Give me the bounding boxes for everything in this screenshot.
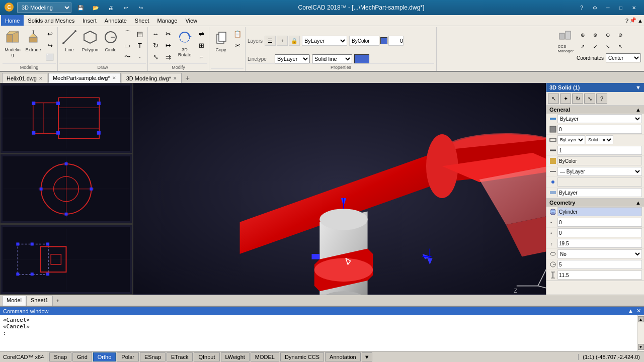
cmd-scroll-down[interactable]: ▼ xyxy=(638,344,644,350)
menu-home[interactable]: Home xyxy=(1,15,24,26)
layers-icon-btn2[interactable]: + xyxy=(277,36,288,46)
qinput-btn[interactable]: QInput xyxy=(194,352,219,361)
cmd-window-header[interactable]: Command window ▲ ✕ xyxy=(0,307,644,315)
annotation-btn[interactable]: Annotation xyxy=(325,352,361,361)
toolbar-quick-print[interactable]: 🖨 xyxy=(105,3,117,12)
line-button[interactable]: Line xyxy=(59,28,79,54)
sheet-tab-sheet1[interactable]: Sheet1 xyxy=(26,296,53,306)
draw-text[interactable]: T xyxy=(134,40,146,51)
modify-extend[interactable]: ↦ xyxy=(162,40,174,51)
ccs-btn2[interactable]: ⊗ xyxy=(589,29,601,40)
ribbon-pin[interactable]: 📌 xyxy=(629,17,636,24)
ccs-btn7[interactable]: ↘ xyxy=(602,41,614,52)
minimize-button[interactable]: ─ xyxy=(602,3,614,12)
ribbon-btn-loft[interactable]: ⬜ xyxy=(44,51,56,62)
add-document-tab[interactable]: + xyxy=(183,73,193,83)
ccs-btn3[interactable]: ⊙ xyxy=(602,29,614,40)
cmd-close-btn[interactable]: ✕ xyxy=(636,308,641,314)
ccs-btn1[interactable]: ⊕ xyxy=(577,29,589,40)
modify-offset[interactable]: ⇉ xyxy=(162,51,174,62)
draw-arc[interactable]: ⌒ xyxy=(121,28,133,39)
toolbar-quick-open[interactable]: 📂 xyxy=(90,3,102,12)
viewport-top[interactable] xyxy=(0,83,132,154)
height-input[interactable] xyxy=(557,270,642,280)
copy-button[interactable]: Copy xyxy=(211,28,231,54)
viewport-side[interactable] xyxy=(0,224,132,295)
ccs-btn8[interactable]: ↖ xyxy=(614,41,626,52)
rotate3d-button[interactable]: 3DRotate xyxy=(175,28,195,59)
ccs-manager-button[interactable]: CCSManager xyxy=(557,28,575,54)
panel-dropdown-arrow[interactable]: ▼ xyxy=(635,84,641,90)
close-mechpart-tab[interactable]: ✕ xyxy=(112,75,116,80)
grid-btn[interactable]: Grid xyxy=(72,352,92,361)
panel-move-btn[interactable]: ✦ xyxy=(560,94,571,104)
bylayer-text-input[interactable] xyxy=(557,188,642,197)
ortho-btn[interactable]: Ortho xyxy=(93,352,116,361)
geometry-section-header[interactable]: Geometry ▲ xyxy=(546,199,644,207)
menu-view[interactable]: View xyxy=(181,15,201,26)
modify-trim[interactable]: ✂ xyxy=(162,28,174,39)
toolbar-quick-save[interactable]: 💾 xyxy=(74,3,87,12)
circle-button[interactable]: Circle xyxy=(101,28,121,54)
menu-solids[interactable]: Solids and Meshes xyxy=(24,15,78,26)
app-mode-dropdown[interactable]: 3D Modeling xyxy=(17,3,71,13)
modeling-button[interactable]: Modeling xyxy=(3,28,23,59)
ribbon-btn-sweep[interactable]: ↪ xyxy=(44,40,56,51)
linetype-layer-val[interactable]: ByLayer xyxy=(557,135,585,144)
polygon-button[interactable]: Polygon xyxy=(80,28,100,54)
panel-scale-btn[interactable]: ⤡ xyxy=(584,94,595,104)
panel-rotate-btn[interactable]: ↻ xyxy=(572,94,583,104)
y-input[interactable] xyxy=(557,228,642,237)
paste-btn[interactable]: 📋 xyxy=(231,28,244,39)
layers-icon-btn1[interactable]: ☰ xyxy=(265,36,276,46)
linetype-dropdown[interactable]: Solid line xyxy=(312,54,352,63)
elliptical-dropdown[interactable]: No Yes xyxy=(557,249,642,258)
ccs-btn4[interactable]: ⊘ xyxy=(614,29,626,40)
ccs-btn6[interactable]: ↙ xyxy=(589,41,601,52)
layers-icon-btn3[interactable]: 🔒 xyxy=(289,36,300,46)
snap-btn[interactable]: Snap xyxy=(49,352,71,361)
ribbon-btn-revolve[interactable]: ↩ xyxy=(44,28,56,39)
close-3dmodeling-tab[interactable]: ✕ xyxy=(173,76,177,81)
modify-array[interactable]: ⊞ xyxy=(195,40,207,51)
lweight-btn[interactable]: LWeight xyxy=(221,352,250,361)
extrude-button[interactable]: Extrude xyxy=(23,28,43,54)
type-input[interactable] xyxy=(557,207,642,216)
lineweight-input[interactable] xyxy=(388,36,404,46)
modify-rotate[interactable]: ↻ xyxy=(149,40,162,51)
layer-dropdown[interactable]: ByLayer xyxy=(302,36,347,46)
draw-spline[interactable]: 〜 xyxy=(121,51,133,62)
cmd-scroll-up[interactable]: ▲ xyxy=(638,316,644,322)
x-input[interactable] xyxy=(557,218,642,227)
options-button[interactable]: ⚙ xyxy=(589,3,601,12)
linecolor-swatch[interactable] xyxy=(354,54,369,63)
menu-sheet[interactable]: Sheet xyxy=(131,15,153,26)
ribbon-help[interactable]: ? xyxy=(625,18,628,24)
dynamic-ccs-btn[interactable]: Dynamic CCS xyxy=(280,352,324,361)
ccs-center-dropdown[interactable]: Center xyxy=(606,53,641,62)
redo-button[interactable]: ↪ xyxy=(135,3,147,12)
etrack-btn[interactable]: ETrack xyxy=(167,352,193,361)
cmd-scrollbar[interactable]: ▲ ▼ xyxy=(637,315,644,351)
general-section-header[interactable]: General ▲ xyxy=(546,106,644,114)
linetype-layer-dropdown[interactable]: ByLayer xyxy=(275,54,310,63)
layer-value-dropdown[interactable]: ByLayer xyxy=(557,114,642,123)
z-input[interactable] xyxy=(557,239,642,248)
panel-help-btn[interactable]: ? xyxy=(596,94,607,104)
modify-fillet[interactable]: ⌐ xyxy=(195,51,207,62)
add-sheet-button[interactable]: + xyxy=(53,296,63,306)
lineweight-val-input[interactable] xyxy=(557,146,642,155)
color-swatch-area[interactable]: ByColor xyxy=(349,36,404,46)
linetype-val[interactable]: Solid line xyxy=(586,135,613,144)
menu-insert[interactable]: Insert xyxy=(78,15,101,26)
maximize-button[interactable]: □ xyxy=(615,3,627,12)
ccs-btn5[interactable]: ↗ xyxy=(577,41,589,52)
ribbon-collapse[interactable]: ▲ xyxy=(637,18,643,24)
modify-scale[interactable]: ⤡ xyxy=(149,51,162,62)
radius-input[interactable] xyxy=(557,260,642,269)
cmd-collapse-btn[interactable]: ▲ xyxy=(628,308,633,314)
doc-tab-helix[interactable]: Helix01.dwg ✕ xyxy=(2,73,47,83)
doc-tab-mechpart[interactable]: MechPart-sample.dwg* ✕ xyxy=(48,73,121,83)
polar-btn[interactable]: Polar xyxy=(117,352,139,361)
draw-point[interactable]: · xyxy=(134,51,146,62)
